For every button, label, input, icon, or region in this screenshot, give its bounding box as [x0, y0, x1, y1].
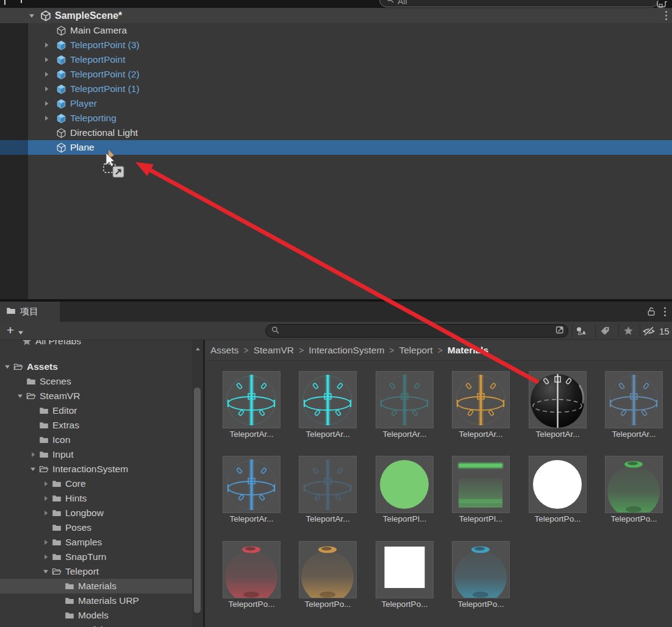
hierarchy-item-label: Directional Light	[70, 127, 138, 138]
tree-item-label: Poses	[65, 522, 91, 533]
asset-tile-wire-sphere[interactable]	[223, 372, 280, 428]
breadcrumb-teleport[interactable]: Teleport	[399, 345, 432, 356]
expand-triangle-icon[interactable]	[43, 115, 50, 122]
favorites-item-all-prefabs[interactable]: All Prefabs	[0, 340, 192, 349]
tree-item-materials-urp[interactable]: Materials URP	[0, 593, 192, 608]
tree-item-materials[interactable]: Materials	[0, 579, 192, 593]
tree-item-prefabs[interactable]: Prefabs	[0, 623, 192, 627]
tree-item-editor[interactable]: Editor	[0, 403, 192, 418]
tree-item-icon[interactable]: Icon	[0, 433, 192, 447]
kebab-menu-icon[interactable]	[664, 307, 666, 316]
project-search-input[interactable]	[265, 324, 568, 338]
expand-triangle-icon[interactable]	[43, 56, 50, 63]
tree-item-poses[interactable]: Poses	[0, 520, 192, 535]
asset-tile-label: TeleportAr...	[596, 430, 672, 441]
hierarchy-item-directional-light[interactable]: Directional Light	[0, 126, 672, 140]
asset-tile-glow-dome[interactable]	[452, 542, 509, 598]
asset-tile-bar-square[interactable]	[452, 456, 509, 512]
hierarchy-item-teleportpoint-3-[interactable]: TeleportPoint (3)	[0, 38, 672, 52]
tree-item-assets[interactable]: Assets	[0, 360, 192, 374]
tree-item-snapturn[interactable]: SnapTurn	[0, 550, 192, 564]
tree-item-hints[interactable]: Hints	[0, 491, 192, 506]
create-asset-button[interactable]: +	[4, 324, 17, 338]
folder-icon	[26, 377, 36, 386]
tree-item-samples[interactable]: Samples	[0, 535, 192, 550]
collapse-triangle-icon[interactable]	[16, 392, 24, 400]
expand-triangle-icon[interactable]	[29, 451, 37, 458]
asset-tile-wire-sphere[interactable]	[606, 372, 662, 428]
asset-tile-wire-sphere[interactable]	[452, 372, 509, 428]
material-thumbnail-icon	[452, 589, 509, 598]
asset-tile-glow-dome[interactable]	[223, 542, 280, 598]
tree-item-teleport[interactable]: Teleport	[0, 564, 192, 579]
hierarchy-item-main-camera[interactable]: Main Camera	[0, 23, 672, 38]
expand-triangle-icon[interactable]	[42, 480, 49, 487]
breadcrumb-interactionsystem[interactable]: InteractionSystem	[309, 345, 384, 356]
asset-tile-wire-sphere[interactable]	[299, 456, 356, 512]
asset-tile-flat-disc[interactable]	[529, 456, 586, 512]
breadcrumb: Assets>SteamVR>InteractionSystem>Telepor…	[205, 340, 672, 361]
expand-triangle-icon[interactable]	[42, 495, 49, 502]
collapse-triangle-icon[interactable]	[29, 466, 37, 473]
asset-tile-wire-sphere[interactable]	[223, 456, 280, 512]
tree-item-label: Editor	[52, 405, 77, 416]
search-by-type-icon[interactable]	[574, 325, 588, 337]
unlocked-padlock-icon[interactable]	[646, 306, 656, 319]
tree-item-interactionsystem[interactable]: InteractionSystem	[0, 462, 192, 476]
asset-tile-wire-sphere[interactable]	[299, 372, 356, 428]
scene-header-row[interactable]: SampleScene*	[0, 8, 672, 23]
asset-tile-label: TeleportPo...	[443, 600, 519, 611]
breadcrumb-materials[interactable]: Materials	[448, 345, 488, 356]
hierarchy-item-teleporting[interactable]: Teleporting	[0, 111, 672, 126]
asset-tile-glow-dome[interactable]	[299, 542, 356, 598]
expand-triangle-icon[interactable]	[42, 539, 49, 546]
collapse-triangle-icon[interactable]	[42, 568, 49, 575]
tree-item-extras[interactable]: Extras	[0, 418, 192, 433]
asset-tile-flat-disc[interactable]	[376, 456, 433, 512]
hierarchy-item-player[interactable]: Player	[0, 96, 672, 111]
asset-tile-wire-sphere[interactable]	[376, 372, 433, 428]
material-thumbnail-icon	[299, 419, 356, 428]
expand-triangle-icon[interactable]	[43, 85, 50, 93]
hierarchy-item-teleportpoint-2-[interactable]: TeleportPoint (2)	[0, 67, 672, 82]
collapse-triangle-icon[interactable]	[4, 363, 11, 370]
breadcrumb-steamvr[interactable]: SteamVR	[254, 345, 294, 356]
tree-item-label: Teleport	[65, 566, 99, 577]
window-icon[interactable]	[656, 0, 670, 8]
hidden-packages-eye-icon[interactable]	[642, 325, 656, 337]
expand-triangle-icon[interactable]	[42, 509, 49, 517]
asset-tile-black-sphere[interactable]	[529, 372, 586, 428]
kebab-menu-icon[interactable]	[665, 11, 667, 20]
asset-tile-glow-dome[interactable]	[606, 456, 662, 512]
tree-item-models[interactable]: Models	[0, 608, 192, 623]
tree-item-scenes[interactable]: Scenes	[0, 374, 192, 389]
favorites-star-icon[interactable]	[621, 325, 635, 337]
expand-triangle-icon[interactable]	[43, 100, 50, 107]
tree-item-steamvr[interactable]: SteamVR	[0, 389, 192, 403]
scroll-up-icon[interactable]	[195, 344, 201, 355]
tree-scrollbar[interactable]	[192, 340, 203, 627]
hierarchy-item-teleportpoint-1-[interactable]: TeleportPoint (1)	[0, 82, 672, 96]
open-search-in-window-icon[interactable]	[555, 325, 565, 337]
search-by-label-icon[interactable]	[598, 325, 612, 337]
hierarchy-item-label: TeleportPoint (1)	[70, 83, 140, 94]
hierarchy-search-input[interactable]: All	[379, 0, 659, 7]
tree-item-longbow[interactable]: Longbow	[0, 506, 192, 520]
collapse-triangle-icon[interactable]	[28, 12, 35, 19]
tab-project[interactable]: 项目	[0, 302, 60, 322]
open-folder-icon	[13, 362, 23, 372]
breadcrumb-assets[interactable]: Assets	[210, 345, 239, 356]
expand-triangle-icon[interactable]	[42, 553, 49, 561]
expand-triangle-icon[interactable]	[43, 41, 50, 49]
material-thumbnail-icon	[223, 589, 280, 598]
scrollbar-thumb[interactable]	[194, 388, 201, 613]
expand-triangle-icon[interactable]	[43, 71, 50, 78]
gameobject-cube-icon	[56, 128, 66, 138]
hierarchy-item-plane[interactable]: Plane	[0, 140, 672, 155]
chevron-down-icon[interactable]	[17, 328, 24, 339]
breadcrumb-separator: >	[389, 345, 394, 355]
tree-item-core[interactable]: Core	[0, 476, 192, 491]
hierarchy-item-teleportpoint[interactable]: TeleportPoint	[0, 52, 672, 67]
asset-tile-white-square[interactable]	[376, 542, 433, 598]
tree-item-input[interactable]: Input	[0, 447, 192, 462]
